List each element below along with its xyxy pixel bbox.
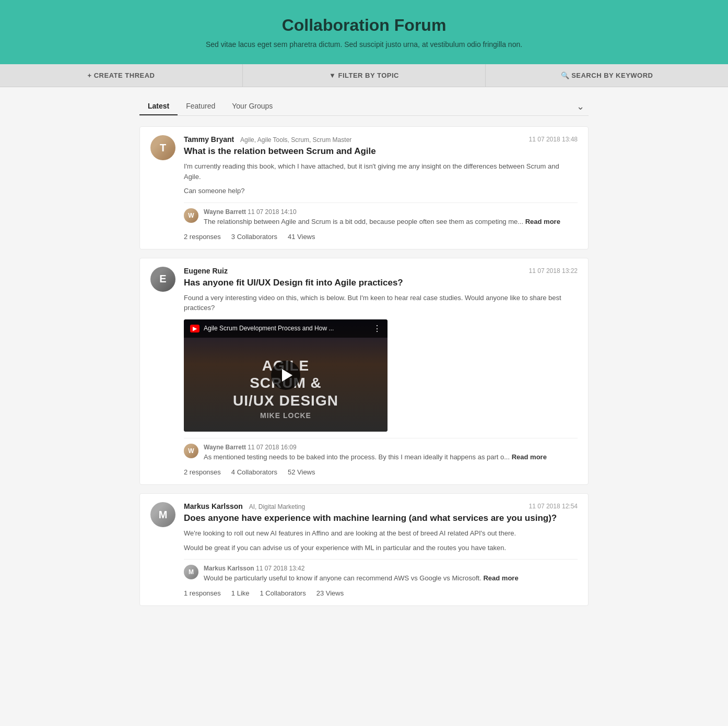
thread-content-p1: I'm currently reading this book, which I…	[184, 161, 578, 182]
play-icon	[282, 369, 292, 382]
reply-avatar: M	[184, 565, 198, 579]
stat-likes: 1 Like	[231, 589, 250, 597]
avatar: E	[150, 267, 175, 292]
thread-author-area: Eugene Ruiz	[184, 267, 228, 275]
main-content: Latest Featured Your Groups ⌄ T Tammy Br…	[129, 87, 599, 625]
thread-author: Markus Karlsson	[184, 502, 243, 510]
thread-date: 11 07 2018 13:48	[529, 136, 578, 143]
stat-collaborators: 1 Collaborators	[260, 589, 306, 597]
reply-meta: Markus Karlsson 11 07 2018 13:42	[204, 565, 519, 572]
page-header: Collaboration Forum Sed vitae lacus eget…	[0, 0, 728, 64]
play-button[interactable]	[271, 361, 300, 390]
thread-meta-row: Markus Karlsson AI, Digital Marketing 11…	[184, 502, 578, 510]
youtube-icon: ▶	[190, 325, 199, 332]
read-more-link[interactable]: Read more	[483, 574, 518, 582]
create-thread-button[interactable]: + CREATE THREAD	[0, 64, 243, 87]
thread-tags: AI, Digital Marketing	[249, 503, 305, 510]
reply-meta: Wayne Barrett 11 07 2018 14:10	[204, 208, 560, 216]
thread-body: Eugene Ruiz 11 07 2018 13:22 Has anyone …	[184, 267, 578, 476]
thread-tags: Agile, Agile Tools, Scrum, Scrum Master	[240, 136, 351, 144]
stat-collaborators: 3 Collaborators	[231, 233, 277, 241]
page-subtitle: Sed vitae lacus eget sem pharetra dictum…	[10, 40, 718, 49]
search-by-keyword-button[interactable]: 🔍 SEARCH BY KEYWORD	[486, 64, 728, 87]
read-more-link[interactable]: Read more	[525, 218, 560, 225]
stat-views: 23 Views	[316, 589, 344, 597]
toolbar: + CREATE THREAD ▼ FILTER BY TOPIC 🔍 SEAR…	[0, 64, 728, 87]
thread-meta-row: Eugene Ruiz 11 07 2018 13:22	[184, 267, 578, 275]
reply-avatar: W	[184, 208, 198, 223]
stat-views: 52 Views	[288, 468, 315, 476]
read-more-link[interactable]: Read more	[512, 453, 547, 461]
reply-avatar: W	[184, 444, 198, 458]
filter-by-topic-button[interactable]: ▼ FILTER BY TOPIC	[243, 64, 486, 87]
thread-title[interactable]: Has anyone fit UI/UX Design fit into Agi…	[184, 277, 578, 289]
stat-responses: 2 responses	[184, 468, 221, 476]
thread-body: Tammy Bryant Agile, Agile Tools, Scrum, …	[184, 135, 578, 241]
tab-featured[interactable]: Featured	[178, 98, 224, 115]
stats-row: 2 responses 3 Collaborators 41 Views	[184, 233, 578, 241]
reply-text: As mentioned testing needs to be baked i…	[204, 453, 547, 462]
thread-author: Eugene Ruiz	[184, 267, 228, 275]
reply-text: The relationship between Agile and Scrum…	[204, 217, 560, 227]
reply-content: Wayne Barrett 11 07 2018 16:09 As mentio…	[204, 444, 547, 462]
thread-content-p1: Found a very interesting video on this, …	[184, 293, 578, 313]
video-title: Agile Scrum Development Process and How …	[204, 325, 334, 332]
tab-your-groups[interactable]: Your Groups	[224, 98, 281, 115]
tabs-row: Latest Featured Your Groups ⌄	[139, 98, 589, 116]
avatar: M	[150, 502, 175, 527]
tabs-chevron-icon[interactable]: ⌄	[572, 99, 589, 114]
reply-row: W Wayne Barrett 11 07 2018 16:09 As ment…	[184, 438, 578, 462]
stats-row: 1 responses 1 Like 1 Collaborators 23 Vi…	[184, 589, 578, 597]
thread-item: E Eugene Ruiz 11 07 2018 13:22 Has anyon…	[139, 258, 589, 485]
reply-text: Would be particularly useful to know if …	[204, 574, 519, 583]
thread-author: Tammy Bryant	[184, 135, 234, 144]
thread-title[interactable]: Does anyone have experience with machine…	[184, 513, 578, 524]
stat-collaborators: 4 Collaborators	[231, 468, 277, 476]
reply-content: Markus Karlsson 11 07 2018 13:42 Would b…	[204, 565, 519, 583]
thread-title[interactable]: What is the relation between Scrum and A…	[184, 146, 578, 157]
video-title-bar: ▶ Agile Scrum Development Process and Ho…	[184, 319, 388, 338]
thread-content-p2: Would be great if you can advise us of y…	[184, 543, 578, 553]
stat-responses: 2 responses	[184, 233, 221, 241]
video-options-icon[interactable]: ⋮	[373, 324, 381, 334]
avatar: T	[150, 135, 175, 160]
thread-author-area: Tammy Bryant Agile, Agile Tools, Scrum, …	[184, 135, 351, 144]
reply-row: M Markus Karlsson 11 07 2018 13:42 Would…	[184, 559, 578, 583]
reply-row: W Wayne Barrett 11 07 2018 14:10 The rel…	[184, 203, 578, 227]
reply-content: Wayne Barrett 11 07 2018 14:10 The relat…	[204, 208, 560, 227]
thread-content-p2: Can someone help?	[184, 186, 578, 196]
thread-date: 11 07 2018 12:54	[529, 503, 578, 510]
thread-item: M Markus Karlsson AI, Digital Marketing …	[139, 493, 589, 606]
thread-content-p1: We're looking to roll out new AI feature…	[184, 528, 578, 539]
thread-body: Markus Karlsson AI, Digital Marketing 11…	[184, 502, 578, 597]
video-embed[interactable]: ▶ Agile Scrum Development Process and Ho…	[184, 319, 388, 432]
thread-author-area: Markus Karlsson AI, Digital Marketing	[184, 502, 305, 510]
stats-row: 2 responses 4 Collaborators 52 Views	[184, 468, 578, 476]
stat-responses: 1 responses	[184, 589, 221, 597]
page-title: Collaboration Forum	[10, 16, 718, 35]
tab-latest[interactable]: Latest	[139, 98, 178, 115]
thread-meta-row: Tammy Bryant Agile, Agile Tools, Scrum, …	[184, 135, 578, 144]
thread-item: T Tammy Bryant Agile, Agile Tools, Scrum…	[139, 126, 589, 249]
thread-date: 11 07 2018 13:22	[529, 267, 578, 275]
reply-meta: Wayne Barrett 11 07 2018 16:09	[204, 444, 547, 451]
stat-views: 41 Views	[288, 233, 315, 241]
